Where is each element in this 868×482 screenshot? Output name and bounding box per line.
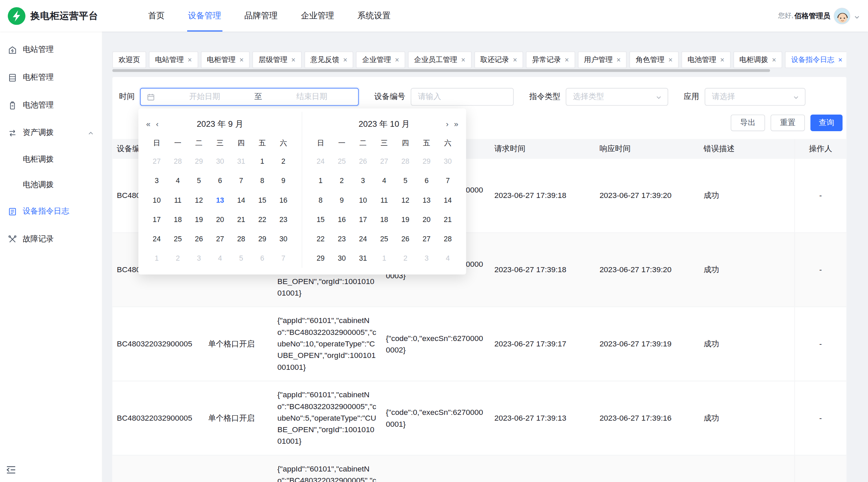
calendar-day[interactable]: 11 xyxy=(167,190,188,210)
tab-2[interactable]: 电柜管理× xyxy=(201,52,250,68)
calendar-day[interactable]: 25 xyxy=(374,229,395,248)
calendar-day[interactable]: 6 xyxy=(210,171,231,190)
tab-13[interactable]: 设备指令日志× xyxy=(785,52,846,68)
calendar-day[interactable]: 1 xyxy=(146,248,167,268)
close-icon[interactable]: × xyxy=(772,56,776,63)
calendar-day[interactable]: 29 xyxy=(310,248,331,268)
date-range-input[interactable]: 开始日期 至 结束日期 xyxy=(140,88,359,106)
export-button[interactable]: 导出 xyxy=(731,115,765,131)
close-icon[interactable]: × xyxy=(668,56,672,63)
calendar-day[interactable]: 3 xyxy=(189,248,210,268)
close-icon[interactable]: × xyxy=(461,56,465,63)
end-date-placeholder[interactable]: 结束日期 xyxy=(265,92,358,102)
search-button[interactable]: 查询 xyxy=(810,115,843,131)
calendar-day[interactable]: 26 xyxy=(395,229,416,248)
calendar-day[interactable]: 21 xyxy=(231,210,252,229)
next-year-icon[interactable]: » xyxy=(454,120,458,128)
calendar-day[interactable]: 30 xyxy=(437,152,458,171)
calendar-day[interactable]: 9 xyxy=(331,190,352,210)
calendar-day[interactable]: 24 xyxy=(146,229,167,248)
calendar-day[interactable]: 14 xyxy=(437,190,458,210)
calendar-day[interactable]: 25 xyxy=(167,229,188,248)
sidebar-item-battery-transfer[interactable]: 电池调拨 xyxy=(0,172,102,198)
user-box[interactable]: 您好, 佰格管理员 xyxy=(778,7,868,24)
prev-month-icon[interactable]: ‹ xyxy=(156,120,159,128)
prev-year-icon[interactable]: « xyxy=(146,120,151,128)
calendar-day[interactable]: 13 xyxy=(416,190,437,210)
close-icon[interactable]: × xyxy=(720,56,724,63)
close-icon[interactable]: × xyxy=(513,56,517,63)
tab-10[interactable]: 角色管理× xyxy=(630,52,679,68)
calendar-day[interactable]: 3 xyxy=(416,248,437,268)
calendar-day[interactable]: 22 xyxy=(252,210,273,229)
calendar-day[interactable]: 6 xyxy=(252,248,273,268)
sidebar-item-device-log[interactable]: 设备指令日志 xyxy=(0,198,102,225)
calendar-day[interactable]: 12 xyxy=(395,190,416,210)
calendar-day[interactable]: 2 xyxy=(331,171,352,190)
calendar-day[interactable]: 28 xyxy=(167,152,188,171)
tab-9[interactable]: 用户管理× xyxy=(578,52,627,68)
calendar-day[interactable]: 17 xyxy=(146,210,167,229)
nav-item-home[interactable]: 首页 xyxy=(147,0,166,32)
calendar-day[interactable]: 26 xyxy=(352,152,373,171)
calendar-day[interactable]: 1 xyxy=(252,152,273,171)
close-icon[interactable]: × xyxy=(565,56,569,63)
calendar-day[interactable]: 17 xyxy=(352,210,373,229)
calendar-day[interactable]: 14 xyxy=(231,190,252,210)
sidebar-collapse-button[interactable] xyxy=(5,464,17,476)
calendar-day[interactable]: 5 xyxy=(395,171,416,190)
calendar-day[interactable]: 6 xyxy=(416,171,437,190)
calendar-day[interactable]: 25 xyxy=(331,152,352,171)
calendar-day[interactable]: 23 xyxy=(331,229,352,248)
calendar-day[interactable]: 2 xyxy=(395,248,416,268)
nav-item-system[interactable]: 系统设置 xyxy=(356,0,392,32)
calendar-day[interactable]: 16 xyxy=(273,190,294,210)
sidebar-item-battery[interactable]: 电池管理 xyxy=(0,91,102,119)
calendar-day[interactable]: 29 xyxy=(416,152,437,171)
calendar-day[interactable]: 2 xyxy=(273,152,294,171)
calendar-day[interactable]: 20 xyxy=(210,210,231,229)
calendar-day[interactable]: 15 xyxy=(252,190,273,210)
tab-0[interactable]: 欢迎页 xyxy=(112,52,146,68)
tab-1[interactable]: 电站管理× xyxy=(149,52,198,68)
calendar-day[interactable]: 7 xyxy=(437,171,458,190)
calendar-day[interactable]: 12 xyxy=(189,190,210,210)
tab-8[interactable]: 异常记录× xyxy=(526,52,575,68)
calendar-day[interactable]: 18 xyxy=(167,210,188,229)
calendar-day[interactable]: 8 xyxy=(252,171,273,190)
calendar-day[interactable]: 24 xyxy=(310,152,331,171)
calendar-day[interactable]: 3 xyxy=(146,171,167,190)
avatar[interactable] xyxy=(834,7,850,24)
tab-6[interactable]: 企业员工管理× xyxy=(408,52,471,68)
calendar-day[interactable]: 10 xyxy=(146,190,167,210)
calendar-day[interactable]: 1 xyxy=(310,171,331,190)
close-icon[interactable]: × xyxy=(291,56,295,63)
calendar-day[interactable]: 9 xyxy=(273,171,294,190)
calendar-day[interactable]: 13 xyxy=(210,190,231,210)
calendar-day[interactable]: 8 xyxy=(310,190,331,210)
calendar-day[interactable]: 28 xyxy=(395,152,416,171)
calendar-day[interactable]: 22 xyxy=(310,229,331,248)
calendar-day[interactable]: 4 xyxy=(210,248,231,268)
calendar-day[interactable]: 29 xyxy=(252,229,273,248)
calendar-day[interactable]: 2 xyxy=(167,248,188,268)
calendar-day[interactable]: 31 xyxy=(231,152,252,171)
command-type-select[interactable]: 选择类型 xyxy=(566,88,668,106)
calendar-day[interactable]: 5 xyxy=(231,248,252,268)
calendar-day[interactable]: 7 xyxy=(231,171,252,190)
calendar-day[interactable]: 16 xyxy=(331,210,352,229)
calendar-day[interactable]: 27 xyxy=(210,229,231,248)
sidebar-item-station[interactable]: 电站管理 xyxy=(0,36,102,64)
close-icon[interactable]: × xyxy=(343,56,347,63)
close-icon[interactable]: × xyxy=(838,56,842,63)
calendar-day[interactable]: 30 xyxy=(210,152,231,171)
sidebar-item-transfer[interactable]: 资产调拨 xyxy=(0,119,102,147)
calendar-day[interactable]: 31 xyxy=(352,248,373,268)
close-icon[interactable]: × xyxy=(616,56,620,63)
brand[interactable]: 换电柜运营平台 xyxy=(0,6,98,25)
calendar-day[interactable]: 3 xyxy=(352,171,373,190)
calendar-day[interactable]: 23 xyxy=(273,210,294,229)
table-row[interactable]: BC480322032900005单个格口开启{"appId":"60101",… xyxy=(112,455,846,482)
nav-item-brand[interactable]: 品牌管理 xyxy=(243,0,279,32)
sidebar-item-cabinet-transfer[interactable]: 电柜调拨 xyxy=(0,147,102,172)
